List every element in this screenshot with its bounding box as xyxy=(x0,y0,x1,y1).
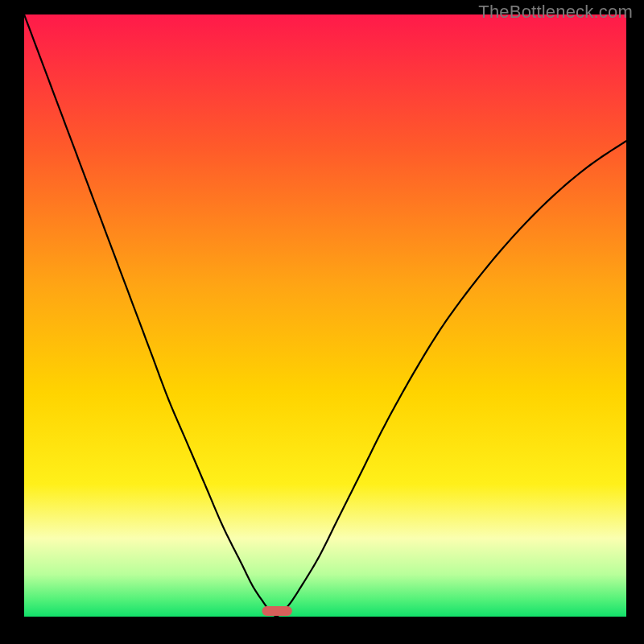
chart-svg xyxy=(24,14,626,617)
gradient-background xyxy=(24,14,626,617)
watermark-text: TheBottleneck.com xyxy=(478,2,633,23)
chart-frame: TheBottleneck.com xyxy=(0,0,644,644)
minimum-marker xyxy=(262,606,291,616)
plot-area xyxy=(24,14,626,617)
